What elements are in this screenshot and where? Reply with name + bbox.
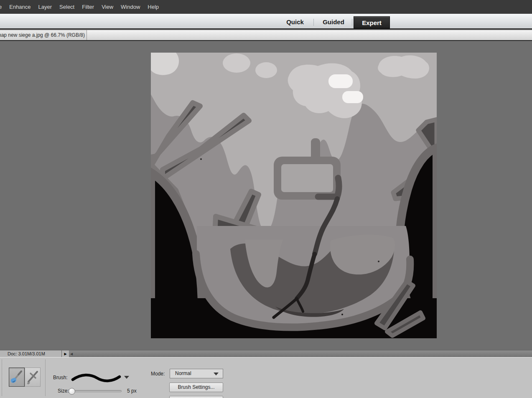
chevron-down-icon <box>214 373 219 375</box>
menu-item-view[interactable]: View <box>102 4 113 10</box>
size-slider-knob[interactable] <box>69 388 75 395</box>
menu-item-help[interactable]: Help <box>148 4 159 10</box>
menu-item-enhance[interactable]: Enhance <box>9 4 31 10</box>
mode-label: Mode: <box>151 371 165 377</box>
status-bar: Doc: 3.01M/3.01M ▶ ◀ <box>0 350 532 357</box>
art-speck <box>200 158 202 160</box>
art-speck <box>341 314 343 315</box>
panel-separator <box>2 360 2 396</box>
art-cloud <box>378 55 429 79</box>
art-plateau-top <box>281 164 333 192</box>
tab-guided[interactable]: Guided <box>316 17 351 28</box>
brush-label: Brush: <box>53 375 68 380</box>
mode-dropdown-value: Normal <box>175 370 191 376</box>
partial-button[interactable] <box>169 396 223 398</box>
tab-expert[interactable]: Expert <box>354 16 390 28</box>
brush-tool-button[interactable] <box>9 368 25 387</box>
mode-tab-bar: Quick Guided Expert <box>0 14 532 29</box>
menu-item-layer[interactable]: Layer <box>38 4 52 10</box>
impressionist-brush-icon <box>25 368 40 386</box>
panel-separator <box>45 360 46 396</box>
brush-settings-button[interactable]: Brush Settings... <box>169 383 223 392</box>
art-blob <box>223 53 250 73</box>
status-popup-arrow-icon[interactable]: ▶ <box>61 350 69 357</box>
tab-quick[interactable]: Quick <box>279 17 311 28</box>
document-tab-title: nap new siege a.jpg @ 66.7% (RGB/8) <box>0 32 85 38</box>
menu-item-filter[interactable]: Filter <box>82 4 94 10</box>
menu-item-select[interactable]: Select <box>59 4 74 10</box>
impressionist-brush-tool-button[interactable] <box>25 368 41 387</box>
tab-divider <box>313 19 314 26</box>
document-tab[interactable]: nap new siege a.jpg @ 66.7% (RGB/8) × <box>0 30 87 40</box>
photoshop-elements-window: e Enhance Layer Select Filter View Windo… <box>0 0 532 398</box>
menu-item-window[interactable]: Window <box>121 4 140 10</box>
brush-stroke-preview[interactable] <box>70 373 122 383</box>
art-speck <box>378 261 379 262</box>
size-label: Size: <box>58 388 69 394</box>
document-canvas-image[interactable] <box>151 53 437 338</box>
size-value: 5 px <box>127 388 137 394</box>
tab-divider <box>352 19 352 26</box>
menu-bar: e Enhance Layer Select Filter View Windo… <box>0 0 532 14</box>
brush-icon <box>9 368 24 386</box>
tool-options-panel: Brush: Size: 5 px Mode: Normal Brush Set… <box>0 357 532 398</box>
art-white-spot <box>328 74 353 88</box>
canvas-workspace[interactable] <box>0 41 532 350</box>
doc-size-readout: Doc: 3.01M/3.01M <box>0 350 61 357</box>
document-tab-strip: nap new siege a.jpg @ 66.7% (RGB/8) × <box>0 30 532 41</box>
brush-picker-caret-icon[interactable] <box>124 376 129 379</box>
scrollbar-left-arrow-icon[interactable]: ◀ <box>70 350 73 357</box>
size-slider[interactable] <box>69 390 122 392</box>
menu-item-partial[interactable]: e <box>0 4 2 10</box>
mode-dropdown[interactable]: Normal <box>170 369 223 378</box>
art-blob <box>255 62 277 78</box>
art-white-spot <box>342 91 363 103</box>
